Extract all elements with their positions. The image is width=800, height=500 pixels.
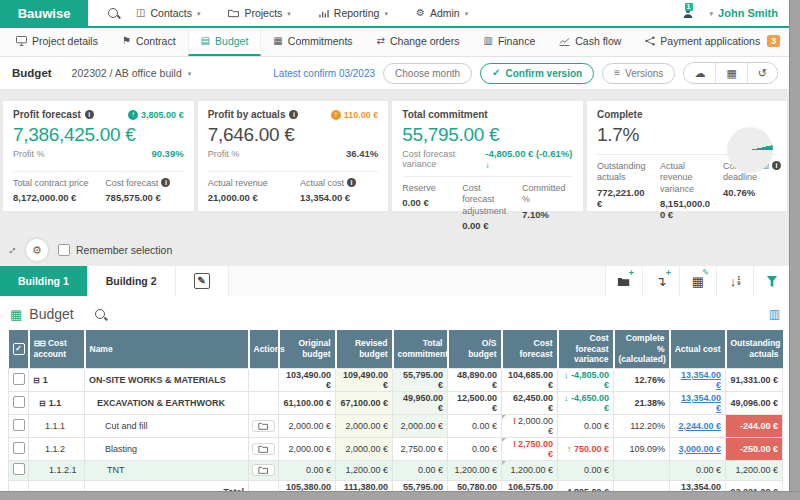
info-icon[interactable] [161, 178, 170, 187]
info-icon[interactable] [347, 178, 356, 187]
horizontal-scrollbar[interactable] [0, 491, 800, 500]
info-icon[interactable] [772, 161, 781, 170]
arrow-up-circle-icon [331, 110, 341, 120]
module-tabs: Project details ⚑ Contract ▤ Budget ▦ Co… [0, 28, 790, 57]
open-folder-button[interactable] [252, 420, 275, 432]
add-folder-button[interactable]: + [605, 266, 642, 296]
column-settings-icon[interactable]: ▥ [769, 308, 780, 320]
collapse-icon[interactable]: ↕ [7, 244, 20, 257]
tab-project-details[interactable]: Project details [4, 28, 110, 56]
row-checkbox[interactable] [13, 396, 25, 408]
card-value: 7,646.00 € [208, 124, 379, 146]
remember-selection-checkbox[interactable]: Remember selection [58, 244, 172, 256]
contacts-icon: ◫ [136, 8, 145, 18]
monitor-icon [16, 36, 27, 46]
card-title: Profit forecast [13, 109, 81, 120]
budget-grid-icon: ▦ [10, 308, 22, 321]
actual-cost-link[interactable]: 3,000.00 € [678, 444, 721, 454]
swap-icon: ⇄ [377, 36, 385, 46]
select-all-checkbox[interactable]: ✓ [13, 343, 25, 355]
table-row[interactable]: ⊟1.1 EXCAVATION & EARTHWORK 61,100.00 € … [9, 391, 783, 414]
tab-finance[interactable]: ▥ Finance [471, 28, 547, 56]
nav-contacts[interactable]: ◫ Contacts ▾ [136, 7, 200, 19]
nav-projects[interactable]: Projects ▾ [228, 7, 290, 19]
table-title: Budget [29, 306, 73, 322]
open-folder-button[interactable] [252, 443, 275, 455]
row-checkbox[interactable] [13, 463, 25, 475]
row-checkbox[interactable] [13, 419, 25, 431]
app-window: Bauwise ◫ Contacts ▾ Projects ▾ Reportin… [0, 0, 790, 492]
spreadsheet-button[interactable]: ▦ [715, 63, 746, 83]
plus-icon: + [666, 269, 671, 278]
tab-building-1[interactable]: Building 1 [0, 266, 88, 296]
versions-button[interactable]: ≡ Versions [602, 63, 675, 84]
table-row[interactable]: 1.1.1 Cut and fill 2,000.00 € 2,000.00 €… [9, 414, 783, 437]
card-total-commitment: Total commitment 55,795.00 € Cost foreca… [391, 100, 584, 212]
vertical-scrollbar[interactable] [789, 0, 800, 492]
card-complete: Complete 1.7% Outstanding actuals 772,22… [586, 100, 788, 212]
export-cloud-button[interactable]: ☁ [684, 63, 715, 83]
tab-contract[interactable]: ⚑ Contract [110, 28, 188, 56]
share-icon [645, 36, 655, 46]
filter-button[interactable] [753, 266, 790, 296]
subrow-label: Profit % [208, 149, 240, 159]
table-row[interactable]: ⊟1 ON-SITE WORKS & MATERIALS 103,490.00 … [9, 368, 783, 391]
chevron-down-icon: ▾ [287, 10, 291, 17]
tab-building-2[interactable]: Building 2 [88, 266, 176, 296]
collapse-all-icon[interactable]: ⊟⊟ [34, 339, 45, 348]
row-checkbox[interactable] [13, 373, 25, 385]
budget-table: ✓ ⊟⊟Cost account Name Actions Original b… [8, 330, 783, 492]
bar-chart-icon [319, 9, 329, 18]
chevron-down-icon: ▾ [710, 10, 714, 17]
table-search-icon[interactable] [95, 309, 105, 319]
choose-month-button[interactable]: Choose month [383, 63, 472, 84]
budget-select[interactable]: 202302 / AB office build ▾ [72, 67, 192, 79]
card-title: Complete [597, 109, 643, 120]
row-checkbox[interactable] [13, 442, 25, 454]
info-icon[interactable] [85, 110, 94, 119]
tab-budget[interactable]: ▤ Budget [188, 28, 262, 56]
tab-change-orders[interactable]: ⇄ Change orders [365, 28, 472, 56]
table-row[interactable]: 1.1.2.1 TNT 0.00 € 1,200.00 € 0.00 € 1,2… [9, 460, 783, 480]
edit-table-button[interactable]: ▦ ✎ [679, 266, 716, 296]
gear-icon: ⚙ [32, 244, 42, 257]
nav-label: Contacts [150, 7, 191, 19]
table-row[interactable]: 1.1.2 Blasting 2,000.00 € 2,000.00 € 2,7… [9, 437, 783, 460]
checkbox[interactable] [58, 244, 70, 256]
tab-payment-applications[interactable]: Payment applications 3 [633, 28, 790, 56]
collapse-row-icon[interactable]: ⊟ [33, 376, 40, 385]
sort-button[interactable]: ↓ 19 [716, 266, 753, 296]
edit-tabs-button[interactable]: ✎ [176, 266, 229, 296]
card-profit-by-actuals: Profit by actuals 110.00 € 7,646.00 € Pr… [197, 100, 390, 212]
tab-cash-flow[interactable]: Cash flow [547, 28, 633, 56]
tab-commitments[interactable]: ▦ Commitments [261, 28, 364, 56]
actual-cost-link[interactable]: 13,354.00 € [681, 370, 721, 390]
move-rows-button[interactable]: ↴ + [642, 266, 679, 296]
user-menu[interactable]: ▾ John Smith [710, 7, 778, 19]
actual-cost-link[interactable]: 13,354.00 € [681, 393, 721, 413]
notification-icon[interactable]: 1 [682, 6, 696, 21]
building-tabs-row: Building 1 Building 2 ✎ + ↴ + ▦ ✎ ↓ 19 [0, 266, 790, 296]
funnel-icon [767, 276, 778, 287]
budget-icon-group: ☁ ▦ ↺ [683, 62, 778, 84]
global-search-button[interactable] [106, 4, 120, 23]
budget-toolbar: Budget 202302 / AB office build ▾ Latest… [0, 57, 790, 90]
card-profit-forecast: Profit forecast 3,805.00 € 7,386,425.00 … [2, 100, 195, 212]
nav-admin[interactable]: ⚙ Admin ▾ [416, 7, 468, 19]
history-button[interactable]: ↺ [747, 63, 777, 83]
info-icon[interactable] [289, 110, 298, 119]
folder-open-icon [258, 466, 269, 474]
actual-cost-link[interactable]: 2,244.00 € [678, 421, 721, 431]
open-folder-button[interactable] [252, 464, 275, 476]
cloud-icon: ☁ [694, 67, 705, 79]
confirm-version-button[interactable]: ✓ Confirm version [480, 63, 594, 84]
chevron-down-icon: ▾ [188, 70, 192, 77]
brand-logo[interactable]: Bauwise [0, 0, 88, 26]
ledger-icon: ▥ [483, 36, 492, 46]
collapse-row-icon[interactable]: ⊟ [39, 399, 46, 408]
nav-reporting[interactable]: Reporting ▾ [319, 7, 388, 19]
check-icon: ✓ [492, 68, 500, 78]
pencil-icon: ✎ [194, 273, 210, 289]
settings-gear-button[interactable]: ⚙ [26, 239, 48, 261]
plus-icon: + [629, 269, 634, 278]
